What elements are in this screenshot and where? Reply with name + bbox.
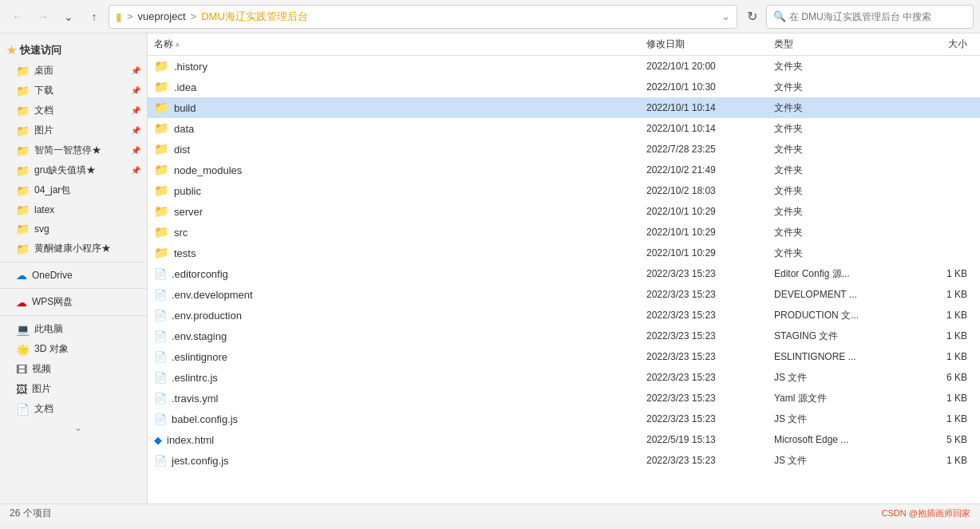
file-name: 📁 tests [154,246,646,260]
address-sep-2: > [191,10,197,22]
sidebar-quick-access: ★ 快速访问 📁 桌面 📌 📁 下载 📌 📁 文档 📌 📁 图片 [0,40,147,259]
file-row[interactable]: 📁 src 2022/10/1 10:29 文件夹 [148,222,980,243]
sidebar-item-zhijian[interactable]: 📁 智简一智慧停★ 📌 [0,140,147,160]
sidebar-item-3d[interactable]: 🌟 3D 对象 [0,339,147,359]
file-name-text: .env.staging [172,330,227,342]
address-part-1: vueproject [138,10,186,22]
folder-icon: 📁 [154,80,169,94]
up-button[interactable]: ↑ [83,6,105,28]
file-row[interactable]: 📁 node_modules 2022/10/2 21:49 文件夹 [148,160,980,180]
address-bar[interactable]: ▮ > vueproject > DMU海辽实践管理后台 ⌄ [109,5,737,29]
file-row[interactable]: 📁 .idea 2022/10/1 10:30 文件夹 [148,77,980,97]
file-name-text: data [174,123,194,135]
file-date: 2022/10/1 10:29 [646,247,774,259]
sidebar-item-onedrive[interactable]: ☁ OneDrive [0,266,147,285]
file-name: 📁 .history [154,59,646,73]
dropdown-history-button[interactable]: ⌄ [57,6,80,28]
sidebar-quick-access-header[interactable]: ★ 快速访问 [0,40,147,61]
csdn-watermark: CSDN @抱插画师回家 [882,507,970,519]
sidebar-item-huangtong[interactable]: 📁 黄酮健康小程序★ [0,239,147,259]
sidebar-item-svg[interactable]: 📁 svg [0,219,147,239]
file-row[interactable]: 📄 babel.config.js 2022/3/23 15:23 JS 文件 … [148,409,980,429]
file-type: 文件夹 [774,247,910,260]
back-button[interactable]: ← [6,6,29,28]
file-row[interactable]: 📁 server 2022/10/1 10:29 文件夹 [148,201,980,222]
file-size: 1 KB [910,393,974,404]
sidebar-item-jar[interactable]: 📁 04_jar包 [0,180,147,200]
generic-file-icon: 📄 [154,330,167,342]
gru-folder-icon: 📁 [16,164,30,177]
file-date: 2022/3/23 15:23 [646,289,774,300]
file-type: ESLINTIGNORE ... [774,351,910,362]
file-type: 文件夹 [774,81,910,94]
pc-pic-label: 图片 [32,382,51,396]
sidebar-item-gru[interactable]: 📁 gru缺失值填★ 📌 [0,160,147,180]
file-row[interactable]: 📄 .env.staging 2022/3/23 15:23 STAGING 文… [148,326,980,346]
file-date: 2022/5/19 15:13 [646,434,774,445]
file-row[interactable]: ◆ index.html 2022/5/19 15:13 Microsoft E… [148,429,980,450]
sidebar-item-label-jar: 04_jar包 [34,184,70,197]
file-row[interactable]: 📄 .editorconfig 2022/3/23 15:23 Editor C… [148,263,980,284]
file-row[interactable]: 📄 .travis.yml 2022/3/23 15:23 Yaml 源文件 1… [148,388,980,409]
file-type: 文件夹 [774,60,910,73]
sidebar-item-wps[interactable]: ☁ WPS网盘 [0,292,147,312]
file-type: 文件夹 [774,101,910,115]
sidebar-item-latex[interactable]: 📁 latex [0,200,147,219]
folder-icon: 📁 [154,59,169,73]
forward-button[interactable]: → [32,6,54,28]
sidebar-item-video[interactable]: 🎞 视频 [0,359,147,379]
col-type-header[interactable]: 类型 [774,38,910,51]
wps-label: WPS网盘 [32,295,73,309]
pc-doc-label: 文档 [34,402,53,416]
file-row[interactable]: 📁 .history 2022/10/1 20:00 文件夹 [148,56,980,77]
file-name: 📁 dist [154,142,646,156]
file-name-text: .env.development [172,289,253,301]
file-row[interactable]: 📄 jest.config.js 2022/3/23 15:23 JS 文件 1… [148,450,980,471]
file-type: 文件夹 [774,143,910,156]
file-row[interactable]: 📁 public 2022/10/2 18:03 文件夹 [148,180,980,201]
address-dropdown-arrow[interactable]: ⌄ [721,10,730,22]
column-headers: 名称 ∧ 修改日期 类型 大小 [148,34,980,56]
latex-folder-icon: 📁 [16,203,30,216]
file-row[interactable]: 📄 .env.development 2022/3/23 15:23 DEVEL… [148,284,980,305]
file-row[interactable]: 📁 tests 2022/10/1 10:29 文件夹 [148,243,980,263]
sidebar-item-pc-doc[interactable]: 📄 文档 [0,399,147,419]
file-content: 名称 ∧ 修改日期 类型 大小 📁 .history 2022/10/1 20:… [148,34,980,503]
quick-access-icon: ★ [6,44,17,57]
file-row[interactable]: 📁 build 2022/10/1 10:14 文件夹 [148,97,980,118]
file-name: 📁 public [154,184,646,198]
file-row[interactable]: 📄 .env.production 2022/3/23 15:23 PRODUC… [148,305,980,326]
file-type: 文件夹 [774,184,910,198]
search-input[interactable] [789,11,966,22]
file-date: 2022/3/23 15:23 [646,310,774,321]
sidebar-item-desktop[interactable]: 📁 桌面 📌 [0,61,147,81]
sidebar-item-download[interactable]: 📁 下载 📌 [0,81,147,101]
sidebar-item-docs[interactable]: 📁 文档 📌 [0,101,147,120]
file-row[interactable]: 📄 .eslintignore 2022/3/23 15:23 ESLINTIG… [148,346,980,367]
file-type: 文件夹 [774,226,910,239]
sidebar-item-pc[interactable]: 💻 此电脑 [0,319,147,339]
sidebar-item-pics[interactable]: 📁 图片 📌 [0,120,147,140]
file-name: 📄 .eslintrc.js [154,372,646,384]
col-name-header[interactable]: 名称 ∧ [154,38,646,51]
svg-folder-icon: 📁 [16,223,30,235]
file-row[interactable]: 📁 data 2022/10/1 10:14 文件夹 [148,118,980,139]
folder-icon: 📁 [154,225,169,239]
huangtong-folder-icon: 📁 [16,243,30,255]
file-type: 文件夹 [774,164,910,177]
col-date-header[interactable]: 修改日期 [646,38,774,51]
file-name: 📁 node_modules [154,163,646,177]
search-box[interactable]: 🔍 [766,5,974,29]
file-size: 1 KB [910,351,974,362]
statusbar: 26 个项目 CSDN @抱插画师回家 [0,503,980,523]
file-row[interactable]: 📄 .eslintrc.js 2022/3/23 15:23 JS 文件 6 K… [148,367,980,388]
file-date: 2022/10/1 10:30 [646,81,774,93]
file-name-text: .env.production [172,310,242,322]
file-size: 1 KB [910,289,974,300]
refresh-button[interactable]: ↻ [741,6,763,28]
sidebar-item-pc-pic[interactable]: 🖼 图片 [0,379,147,399]
col-size-header[interactable]: 大小 [910,38,974,51]
sidebar-item-label-huangtong: 黄酮健康小程序★ [34,242,111,255]
file-row[interactable]: 📁 dist 2022/7/28 23:25 文件夹 [148,139,980,160]
folder-icon: 📁 [154,142,169,156]
